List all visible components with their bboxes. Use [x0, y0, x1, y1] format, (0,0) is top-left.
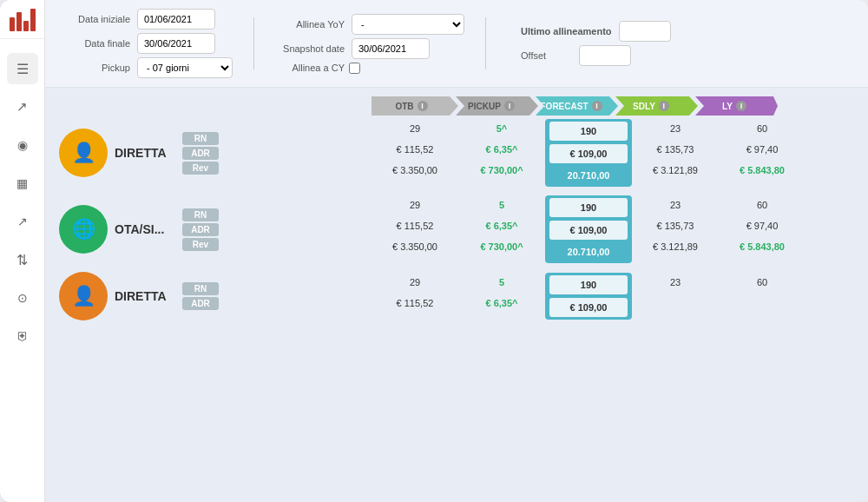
- cell: 60: [719, 119, 806, 138]
- cell: € 5.843,80: [719, 237, 806, 256]
- forecast-label: FORECAST: [541, 102, 589, 111]
- forecast-info-icon[interactable]: i: [592, 101, 602, 111]
- cell: € 6,35^: [458, 294, 545, 313]
- cell: € 115,52: [372, 294, 458, 313]
- table-row: 👤 DIRETTA RN ADR Rev 29 € 115,52 € 3.350…: [59, 119, 854, 187]
- col-header-ly: LY i: [691, 96, 778, 116]
- eye-icon[interactable]: ◉: [7, 129, 38, 161]
- hamburger-icon[interactable]: ☰: [7, 53, 38, 84]
- cell: 5: [458, 195, 545, 215]
- cell: 20.710,00: [549, 166, 628, 185]
- metric-rn: RN: [182, 208, 219, 221]
- col-header-forecast: FORECAST i: [531, 96, 618, 116]
- cell: [632, 294, 719, 313]
- data-finale-row: Data finale: [61, 33, 233, 54]
- shield-icon[interactable]: ⛨: [7, 320, 38, 352]
- cell: 60: [719, 273, 806, 292]
- col-pickup-1: 5^ € 6,35^ € 730,00^: [458, 119, 545, 187]
- allinea-cy-row: Allinea a CY: [275, 63, 464, 74]
- allinea-cy-label: Allinea a CY: [275, 63, 345, 73]
- line-chart-icon[interactable]: ↗: [7, 206, 38, 237]
- allinea-yoy-row: Allinea YoY -: [275, 14, 464, 35]
- cell: € 97,40: [719, 140, 806, 159]
- data-cols-1: 29 € 115,52 € 3.350,00 5^ € 6,35^ € 730,…: [372, 119, 854, 187]
- main-content: Data iniziale Data finale Pickup - 07 gi…: [45, 0, 868, 502]
- sort-icon[interactable]: ⇅: [7, 244, 38, 275]
- col-ly-1: 60 € 97,40 € 5.843,80: [719, 119, 806, 187]
- allinea-cy-checkbox[interactable]: [349, 63, 360, 74]
- pickup-info-icon[interactable]: i: [504, 101, 515, 111]
- camera-icon[interactable]: ⊙: [7, 282, 38, 314]
- otb-info-icon[interactable]: i: [418, 101, 428, 111]
- otb-label: OTB: [395, 102, 413, 111]
- col-forecast-1: 190 € 109,00 20.710,00: [545, 119, 632, 187]
- table-area: OTB i PICKUP i FORECAST i SDLY i LY i: [45, 88, 868, 502]
- metric-rev: Rev: [182, 162, 219, 175]
- ultimo-allineamento-label: Ultimo allineamento: [521, 26, 612, 36]
- col-forecast-2: 190 € 109,00 20.710,00: [545, 195, 632, 263]
- pickup-label: Pickup: [61, 63, 130, 73]
- offset-label: Offset: [521, 50, 546, 61]
- middle-filters: Allinea YoY - Snapshot date Allinea a CY: [275, 14, 464, 74]
- metric-adr: ADR: [182, 147, 219, 160]
- ultimo-input[interactable]: [619, 21, 671, 42]
- segment-name: DIRETTA: [115, 146, 175, 160]
- snapshot-date-input[interactable]: [352, 38, 430, 59]
- cell: € 109,00: [549, 221, 628, 240]
- segment-name: OTA/SI...: [115, 222, 175, 236]
- ultimo-row: Ultimo allineamento: [521, 21, 671, 42]
- data-cols-3: 29 € 115,52 5 € 6,35^ 190 € 109,00 23 60: [372, 273, 854, 320]
- logo: [0, 7, 44, 39]
- avatar: 🌐: [59, 205, 108, 254]
- cell: 190: [549, 198, 628, 217]
- cell: 190: [549, 275, 628, 294]
- trend-icon[interactable]: ↗: [7, 91, 38, 122]
- ultimo-group: Ultimo allineamento Offset: [521, 21, 671, 66]
- col-header-pickup: PICKUP i: [451, 96, 538, 116]
- cell: € 3.121,89: [632, 237, 719, 256]
- avatar: 👤: [59, 129, 108, 177]
- divider-2: [485, 17, 486, 69]
- sdly-info-icon[interactable]: i: [659, 101, 669, 111]
- metric-adr: ADR: [182, 297, 219, 310]
- allinea-yoy-select[interactable]: -: [352, 14, 464, 35]
- cell: € 109,00: [549, 298, 628, 317]
- col-sdly-1: 23 € 135,73 € 3.121,89: [632, 119, 719, 187]
- snapshot-date-label: Snapshot date: [275, 43, 345, 54]
- metric-adr: ADR: [182, 223, 219, 236]
- bar-chart-icon[interactable]: ▦: [7, 168, 38, 199]
- sidebar: ☰ ↗ ◉ ▦ ↗ ⇅ ⊙ ⛨: [0, 0, 45, 502]
- cell: 29: [372, 119, 458, 138]
- col-ly-2: 60 € 97,40 € 5.843,80: [719, 195, 806, 263]
- cell: 23: [632, 195, 719, 215]
- data-finale-label: Data finale: [61, 38, 130, 49]
- segment-name: DIRETTA: [115, 289, 175, 303]
- column-headers: OTB i PICKUP i FORECAST i SDLY i LY i: [372, 96, 854, 116]
- cell: 29: [372, 273, 458, 292]
- sdly-label: SDLY: [633, 102, 655, 111]
- data-iniziale-input[interactable]: [137, 9, 215, 30]
- cell: 60: [719, 195, 806, 215]
- cell: € 135,73: [632, 140, 719, 159]
- table-row: 👤 DIRETTA RN ADR 29 € 115,52 5 € 6,35^ 1…: [59, 272, 854, 320]
- logo-bar-2: [16, 12, 22, 31]
- cell: € 6,35^: [458, 140, 545, 159]
- divider-1: [253, 17, 254, 69]
- metric-rn: RN: [182, 132, 219, 145]
- logo-bars: [10, 7, 36, 31]
- cell: 5: [458, 273, 545, 292]
- ly-label: LY: [722, 102, 733, 111]
- col-otb-1: 29 € 115,52 € 3.350,00: [372, 119, 458, 187]
- data-finale-input[interactable]: [137, 33, 215, 54]
- col-otb-3: 29 € 115,52: [372, 273, 458, 320]
- pickup-row: Pickup - 07 giorni: [61, 57, 233, 78]
- allinea-yoy-label: Allinea YoY: [275, 19, 345, 30]
- col-pickup-2: 5 € 6,35^ € 730,00^: [458, 195, 545, 263]
- snapshot-date-row: Snapshot date: [275, 38, 464, 59]
- offset-input[interactable]: [579, 45, 631, 66]
- cell: € 3.350,00: [372, 237, 458, 256]
- cell: € 109,00: [549, 144, 628, 163]
- pickup-select[interactable]: - 07 giorni: [137, 57, 233, 78]
- cell: [719, 294, 806, 313]
- ly-info-icon[interactable]: i: [736, 101, 746, 111]
